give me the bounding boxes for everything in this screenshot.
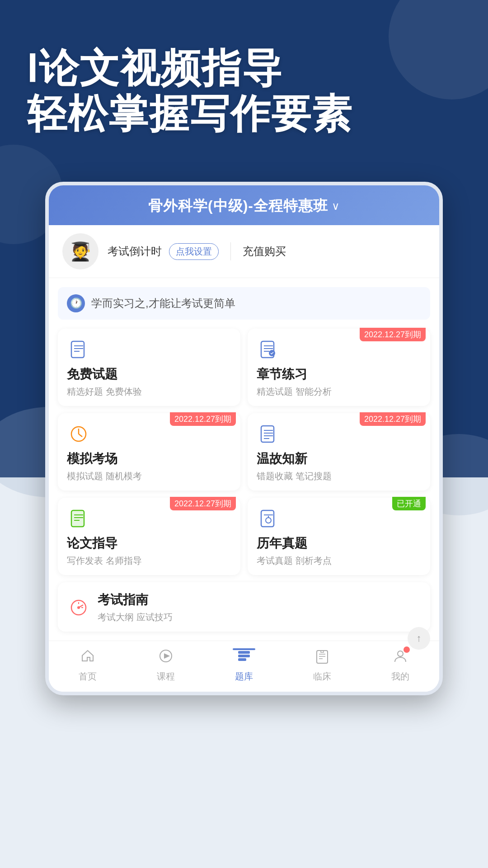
grid-item-paper-guide[interactable]: 2022.12.27到期 论文指导 写作发表 名师指导 — [58, 498, 240, 575]
paper-guide-desc: 写作发表 名师指导 — [67, 555, 231, 567]
chapter-practice-icon — [257, 338, 280, 361]
exam-guide-desc: 考试大纲 应试技巧 — [98, 611, 173, 623]
questions-icon — [236, 648, 252, 668]
exam-guide-icon — [67, 596, 90, 619]
chapter-practice-title: 章节练习 — [257, 366, 421, 383]
user-bar: 🧑‍🎓 考试倒计时 点我设置 充值购买 — [49, 225, 439, 278]
countdown-label: 考试倒计时 — [108, 244, 162, 259]
nav-label-clinical: 临床 — [313, 670, 331, 683]
nav-item-course[interactable]: 课程 — [139, 648, 193, 683]
bottom-navigation: 首页 课程 题库 — [49, 641, 439, 692]
grid-item-review[interactable]: 2022.12.27到期 温故知新 错题收藏 笔记搜题 — [248, 413, 430, 491]
nav-item-clinical[interactable]: 临床 — [295, 648, 349, 683]
review-title: 温故知新 — [257, 450, 421, 467]
nav-label-course: 课程 — [157, 670, 175, 683]
free-questions-icon — [67, 338, 90, 361]
feature-grid: 免费试题 精选好题 免费体验 2022.12.27到期 章节练习 精选试题 智能… — [49, 329, 439, 641]
grid-item-chapter-practice[interactable]: 2022.12.27到期 章节练习 精选试题 智能分析 — [248, 329, 430, 406]
svg-rect-0 — [71, 341, 84, 358]
exam-guide-title: 考试指南 — [98, 591, 173, 609]
svg-line-11 — [79, 434, 82, 437]
chapter-practice-badge: 2022.12.27到期 — [360, 328, 426, 341]
hero-section: l论文视频指导 轻松掌握写作要素 — [0, 0, 488, 182]
svg-marker-31 — [164, 653, 170, 659]
header-dropdown-arrow: ∨ — [332, 200, 340, 212]
svg-point-27 — [77, 606, 80, 609]
svg-point-39 — [398, 651, 403, 656]
mock-exam-badge: 2022.12.27到期 — [170, 412, 236, 426]
user-info-section: 考试倒计时 点我设置 充值购买 — [108, 242, 426, 260]
avatar: 🧑‍🎓 — [62, 233, 99, 269]
svg-rect-12 — [261, 426, 274, 442]
set-countdown-button[interactable]: 点我设置 — [169, 243, 219, 260]
avatar-emoji: 🧑‍🎓 — [69, 241, 92, 262]
clock-icon: 🕐 — [67, 294, 85, 312]
motto-bar: 🕐 学而实习之,才能让考试更简单 — [58, 287, 430, 320]
nav-label-questions: 题库 — [235, 670, 253, 683]
past-exams-icon — [257, 507, 280, 530]
app-header[interactable]: 骨外科学(中级)-全程特惠班 ∨ — [49, 185, 439, 225]
past-exams-desc: 考试真题 剖析考点 — [257, 555, 421, 567]
tablet-mockup: 骨外科学(中级)-全程特惠班 ∨ 🧑‍🎓 考试倒计时 点我设置 充值购买 🕐 学… — [45, 182, 443, 695]
paper-guide-badge: 2022.12.27到期 — [170, 497, 236, 510]
review-icon — [257, 422, 280, 446]
nav-label-home: 首页 — [79, 670, 97, 683]
paper-guide-icon — [67, 507, 90, 530]
svg-rect-21 — [261, 510, 274, 527]
vertical-divider — [230, 242, 231, 260]
mock-exam-title: 模拟考场 — [67, 450, 231, 467]
past-exams-badge: 已开通 — [392, 497, 426, 510]
nav-item-mine[interactable]: 我的 — [373, 648, 427, 683]
course-icon — [158, 648, 174, 668]
svg-rect-17 — [71, 510, 84, 527]
motto-text: 学而实习之,才能让考试更简单 — [91, 296, 235, 311]
app-header-title: 骨外科学(中级)-全程特惠班 — [148, 196, 328, 216]
hero-title-line2: 轻松掌握写作要素 — [27, 91, 461, 137]
grid-item-mock-exam[interactable]: 2022.12.27到期 模拟考场 模拟试题 随机模考 — [58, 413, 240, 491]
mine-icon — [393, 648, 408, 668]
review-badge: 2022.12.27到期 — [360, 412, 426, 426]
grid-item-exam-guide[interactable]: 考试指南 考试大纲 应试技巧 — [58, 582, 430, 632]
svg-point-22 — [266, 518, 271, 523]
clinical-icon — [314, 648, 330, 668]
free-questions-title: 免费试题 — [67, 366, 231, 383]
svg-rect-32 — [238, 651, 250, 654]
free-questions-desc: 精选好题 免费体验 — [67, 386, 231, 398]
grid-item-free-questions[interactable]: 免费试题 精选好题 免费体验 — [58, 329, 240, 406]
paper-guide-title: 论文指导 — [67, 535, 231, 552]
review-desc: 错题收藏 笔记搜题 — [257, 470, 421, 482]
nav-label-mine: 我的 — [391, 670, 409, 683]
nav-item-questions[interactable]: 题库 — [217, 648, 271, 683]
grid-item-past-exams[interactable]: 已开通 历年真题 考试真题 剖析考点 — [248, 498, 430, 575]
home-icon — [80, 648, 95, 668]
chapter-practice-desc: 精选试题 智能分析 — [257, 386, 421, 398]
svg-rect-33 — [238, 655, 250, 657]
nav-item-home[interactable]: 首页 — [61, 648, 115, 683]
recharge-label: 充值购买 — [243, 244, 286, 259]
svg-rect-34 — [238, 658, 246, 661]
mock-exam-desc: 模拟试题 随机模考 — [67, 470, 231, 482]
past-exams-title: 历年真题 — [257, 535, 421, 552]
mock-exam-icon — [67, 422, 90, 446]
hero-title-line1: l论文视频指导 — [27, 45, 461, 91]
